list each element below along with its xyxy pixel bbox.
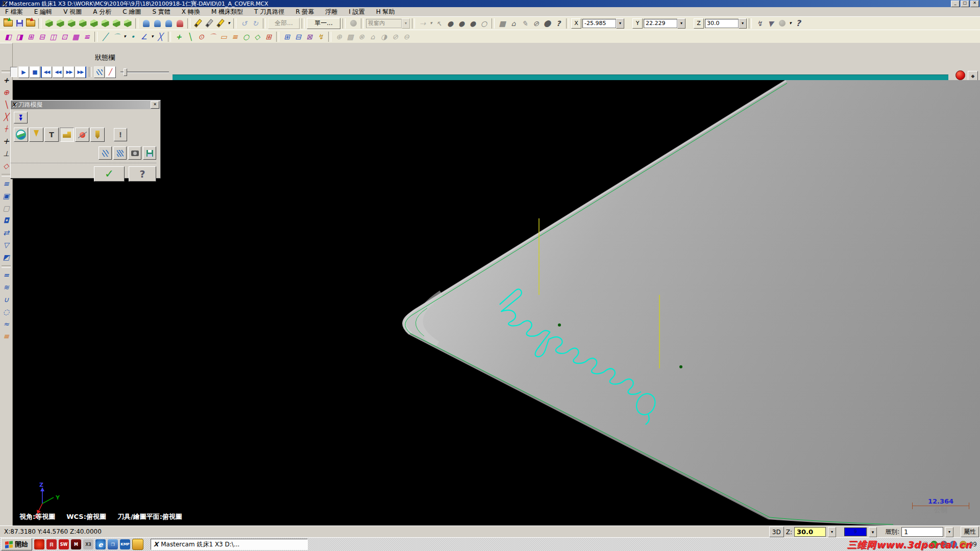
show-tool-button[interactable] (14, 128, 28, 142)
quicklaunch-gear-icon[interactable] (34, 539, 44, 549)
go-to-start-button[interactable]: ◀◀ (41, 66, 52, 78)
gear-dropdown-icon[interactable]: ▾ (788, 18, 793, 29)
menu-create[interactable]: C 繪圖 (122, 8, 141, 16)
quicklaunch-x3-icon[interactable]: X3 (83, 539, 93, 549)
surface-extend-icon[interactable]: ◨ (14, 31, 25, 42)
silhouette-icon[interactable]: ▢ (1, 203, 12, 213)
help-button[interactable]: ? (129, 166, 156, 182)
polygon-icon[interactable]: ◇ (252, 31, 263, 42)
attribute-dropdown-icon[interactable]: ▾ (226, 18, 231, 29)
show-chisel-button[interactable] (90, 128, 105, 142)
hatch-dense-button[interactable] (113, 146, 127, 160)
2d3d-toggle-button[interactable]: 3D (769, 527, 784, 537)
color-dropdown-icon[interactable]: ▾ (869, 527, 877, 537)
xyz-axes-icon[interactable]: ↯ (315, 31, 326, 42)
file-save-icon[interactable] (14, 18, 25, 29)
plane-off-icon[interactable] (174, 18, 185, 29)
go-to-end-button[interactable]: ▶▶ (75, 66, 86, 78)
follow-tool-button[interactable]: ╱ (105, 66, 116, 78)
trim-break-icon[interactable]: ╳ (155, 31, 166, 42)
plus-create-icon[interactable]: + (173, 31, 184, 42)
x-coord-dropdown-icon[interactable]: ▾ (616, 18, 624, 29)
tp-off-icon[interactable]: ⊘ (389, 31, 401, 42)
show-vectors-button[interactable] (75, 128, 89, 142)
menu-art[interactable]: 浮雕 (325, 8, 337, 16)
menu-analyze[interactable]: A 分析 (93, 8, 111, 16)
playbar-options-icon[interactable]: ◆ (968, 71, 978, 81)
stamp-icon[interactable]: ◘ (1, 215, 12, 226)
y-coord-dropdown-icon[interactable]: ▾ (677, 18, 685, 29)
quicklaunch-kmp-icon[interactable]: KMP (120, 539, 130, 549)
select-group-icon[interactable]: ● (467, 18, 478, 29)
cplane-icon[interactable] (152, 18, 163, 29)
quicklaunch-folder-icon[interactable] (132, 539, 143, 550)
parallel-icon[interactable]: = (1, 269, 12, 280)
help-icon[interactable]: ? (793, 18, 804, 29)
list-numbered-icon[interactable]: ≡ (1, 331, 12, 341)
x-coord-label[interactable]: X (571, 18, 581, 29)
attribute-pen-icon[interactable] (192, 18, 204, 29)
attributes-button[interactable]: 屬性 (961, 527, 979, 537)
stop-indicator-icon[interactable] (955, 70, 965, 80)
arc-dropdown-icon[interactable]: ▾ (150, 31, 155, 42)
z-coord-label[interactable]: Z (694, 18, 704, 29)
level-dropdown-icon[interactable]: ▾ (945, 527, 953, 537)
gview-iso-icon[interactable] (111, 18, 122, 29)
bounding-box-icon[interactable]: ▣ (1, 190, 12, 201)
menu-help[interactable]: H 幫助 (376, 8, 395, 16)
line-endpoint-icon[interactable]: ╲ (184, 31, 195, 42)
z-depth-dropdown-icon[interactable]: ▾ (828, 527, 836, 537)
mlines-icon[interactable]: ≡ (229, 31, 240, 42)
rectangle-icon[interactable]: ▭ (218, 31, 229, 42)
surface-blend-icon[interactable]: ⊡ (59, 31, 70, 42)
null-selection-icon[interactable]: ⊘ (530, 18, 542, 29)
slider-thumb[interactable] (124, 68, 127, 76)
gview-flip-icon[interactable] (122, 18, 133, 29)
x-coord-input[interactable]: -25.985 (582, 19, 616, 28)
y-coord-input[interactable]: 22.229 (644, 19, 677, 28)
step-back-button[interactable]: ◀◀ (53, 66, 63, 78)
play-button[interactable]: ▶ (18, 66, 29, 78)
maximize-icon[interactable]: □ (961, 1, 969, 7)
menu-screen[interactable]: R 螢幕 (296, 8, 314, 16)
delete-all-button[interactable]: 全部... (268, 18, 300, 29)
step-forward-button[interactable]: ▶▶ (64, 66, 75, 78)
ellipse-icon[interactable]: ○ (240, 31, 252, 42)
surface-fillet-icon[interactable]: ⊞ (25, 31, 36, 42)
dialog-title-bar[interactable]: X 刀路模擬 ✕ (11, 101, 160, 109)
gview-right-icon[interactable] (88, 18, 100, 29)
pattern-rect-icon[interactable]: ⊟ (292, 31, 304, 42)
surface-offset-icon[interactable]: ⊟ (36, 31, 47, 42)
display-hatch-button[interactable] (94, 66, 105, 78)
gview-front-icon[interactable] (55, 18, 66, 29)
solids-manager-icon[interactable]: ≡ (1, 178, 12, 189)
menu-file[interactable]: F 檔案 (5, 8, 23, 16)
start-button[interactable]: 開始 (1, 538, 32, 550)
tp-verify-icon[interactable]: ⊕ (333, 31, 345, 42)
level-field[interactable]: 1 (901, 527, 943, 537)
show-holder-button[interactable] (29, 128, 43, 142)
profile-icon[interactable]: ∪ (1, 294, 12, 305)
attribute-pen2-icon[interactable] (204, 18, 215, 29)
tp-minus-icon[interactable]: ⊖ (401, 31, 412, 42)
ok-button[interactable]: ✓ (94, 166, 125, 182)
menu-xform[interactable]: X 轉換 (182, 8, 200, 16)
wave-surface-icon[interactable]: ≈ (1, 318, 12, 329)
save-geometry-button[interactable] (143, 146, 156, 160)
select-result-icon[interactable]: ● (456, 18, 467, 29)
undo-icon[interactable]: ↺ (238, 18, 250, 29)
autocursor-icon[interactable]: ↯ (754, 18, 765, 29)
tp-backplot-icon[interactable]: ▩ (345, 31, 356, 42)
circle-center-icon[interactable]: ⊙ (195, 31, 207, 42)
surface-trim-icon[interactable]: ◧ (3, 31, 14, 42)
file-new-icon[interactable] (3, 18, 14, 29)
tp-highfeed-icon[interactable]: ◑ (378, 31, 389, 42)
menu-solids[interactable]: S 實體 (152, 8, 170, 16)
menu-edit[interactable]: E 編輯 (34, 8, 52, 16)
grid-settings-icon[interactable]: ▦ (497, 18, 508, 29)
home-view-icon[interactable]: ⌂ (508, 18, 519, 29)
surface-net-icon[interactable]: ▦ (70, 31, 81, 42)
arc-polar-icon[interactable]: ⌒ (207, 31, 218, 42)
dialog-close-icon[interactable]: ✕ (151, 101, 159, 109)
quicklaunch-save-icon[interactable]: 日 (46, 539, 57, 549)
